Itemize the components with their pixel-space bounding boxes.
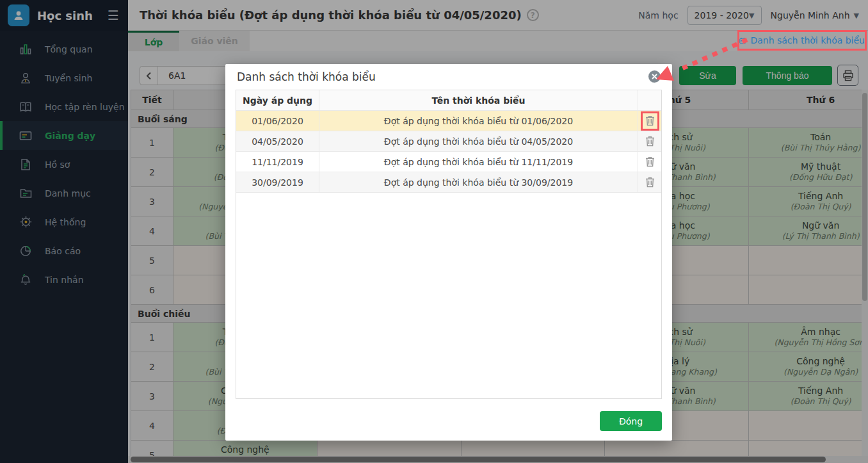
annotation-highlight-box: Danh sách thời khóa biểu	[737, 30, 867, 51]
delete-button[interactable]	[643, 134, 657, 149]
modal-table: Ngày áp dụng Tên thời khóa biểu 01/06/20…	[236, 90, 662, 399]
column-header-name: Tên thời khóa biểu	[319, 90, 638, 110]
delete-button[interactable]	[643, 154, 657, 170]
apply-date: 04/05/2020	[236, 131, 319, 151]
calendar-icon	[739, 35, 746, 46]
delete-button[interactable]	[643, 113, 657, 129]
annotation-trash-box	[641, 111, 659, 131]
timetable-list-modal: Danh sách thời khóa biểu Ngày áp dụng Tê…	[225, 64, 672, 441]
app-window: Học sinh ☰ Tổng quanTuyển sinhHọc tập rè…	[0, 0, 868, 463]
close-modal-button[interactable]: Đóng	[600, 411, 662, 431]
apply-date: 11/11/2019	[236, 152, 319, 172]
timetable-name: Đợt áp dụng thời khóa biểu từ 04/05/2020	[319, 131, 638, 151]
column-header-date: Ngày áp dụng	[236, 90, 319, 110]
apply-date: 01/06/2020	[236, 111, 319, 131]
timetable-list-link[interactable]: Danh sách thời khóa biểu	[750, 35, 865, 45]
timetable-list-row[interactable]: 04/05/2020Đợt áp dụng thời khóa biểu từ …	[236, 131, 661, 152]
timetable-name: Đợt áp dụng thời khóa biểu từ 30/09/2019	[319, 172, 638, 192]
timetable-list-row[interactable]: 01/06/2020Đợt áp dụng thời khóa biểu từ …	[236, 111, 661, 131]
timetable-name: Đợt áp dụng thời khóa biểu từ 01/06/2020	[319, 111, 638, 131]
close-icon[interactable]	[648, 70, 661, 83]
timetable-name: Đợt áp dụng thời khóa biểu từ 11/11/2019	[319, 152, 638, 172]
timetable-list-row[interactable]: 30/09/2019Đợt áp dụng thời khóa biểu từ …	[236, 172, 661, 193]
modal-table-header: Ngày áp dụng Tên thời khóa biểu	[236, 90, 661, 111]
timetable-list-row[interactable]: 11/11/2019Đợt áp dụng thời khóa biểu từ …	[236, 152, 661, 172]
modal-title: Danh sách thời khóa biểu	[237, 70, 376, 83]
apply-date: 30/09/2019	[236, 172, 319, 192]
column-header-actions	[638, 90, 661, 110]
modal-table-body: 01/06/2020Đợt áp dụng thời khóa biểu từ …	[236, 111, 661, 193]
delete-button[interactable]	[643, 175, 657, 190]
